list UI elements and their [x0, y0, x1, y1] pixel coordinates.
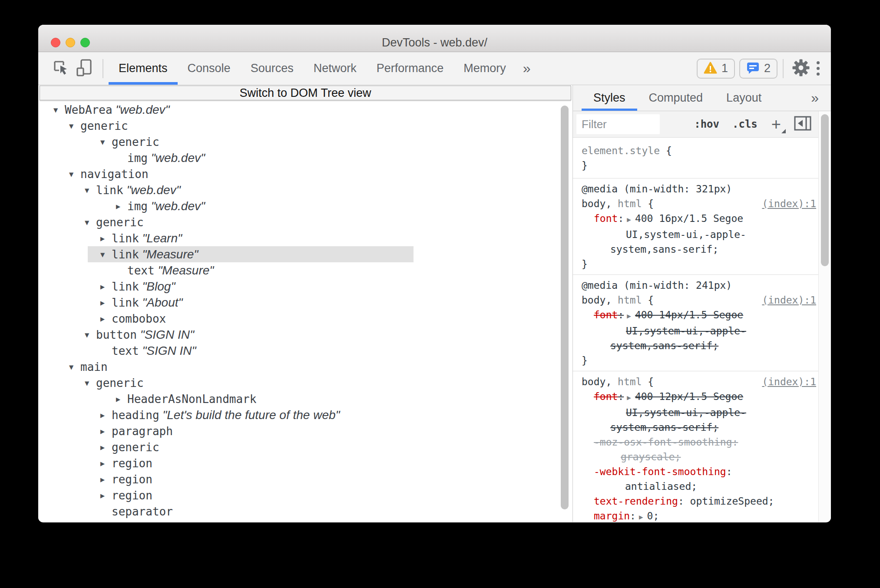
more-sidebar-tabs-button[interactable]: » — [805, 85, 825, 111]
tree-row-heading[interactable]: ▶heading "Let's build the future of the … — [38, 407, 572, 423]
style-line[interactable]: system,sans-serif; — [573, 242, 818, 257]
tab-performance[interactable]: Performance — [367, 52, 454, 85]
tree-row-WebArea[interactable]: ▼WebArea "web.dev" — [38, 102, 572, 118]
tree-expand-arrow-icon[interactable]: ▼ — [85, 379, 96, 387]
element-classes-button[interactable]: .cls — [732, 118, 758, 130]
stylesheet-source-link[interactable]: (index):1 — [762, 374, 816, 389]
tree-row-main[interactable]: ▼main — [38, 359, 572, 375]
style-line[interactable]: grayscale; — [573, 449, 818, 464]
tree-expand-arrow-icon[interactable]: ▶ — [100, 443, 112, 452]
sidebar-tab-layout[interactable]: Layout — [715, 85, 773, 111]
value-expand-arrow-icon[interactable]: ▶ — [627, 312, 631, 320]
device-toolbar-button[interactable] — [73, 52, 97, 85]
value-expand-arrow-icon[interactable]: ▶ — [627, 393, 631, 402]
style-line[interactable]: text-rendering: optimizeSpeed; — [573, 494, 818, 509]
toggle-sidebar-button[interactable] — [794, 116, 811, 132]
tree-row-generic[interactable]: ▶generic — [38, 439, 572, 455]
tree-expand-arrow-icon[interactable]: ▶ — [116, 202, 127, 211]
tree-row-text[interactable]: text "SIGN IN" — [38, 343, 572, 359]
tree-expand-arrow-icon[interactable]: ▼ — [100, 138, 112, 146]
styles-filter-input[interactable] — [576, 114, 660, 134]
style-line[interactable]: body, html {(index):1 — [573, 374, 818, 389]
style-line[interactable]: UI,system-ui,-apple- — [573, 405, 818, 420]
style-line[interactable]: -moz-osx-font-smoothing: — [573, 435, 818, 449]
tree-row-generic[interactable]: ▼generic — [38, 214, 572, 230]
style-line[interactable]: @media (min-width: 321px) — [573, 182, 818, 196]
settings-button[interactable] — [789, 52, 813, 85]
warnings-badge[interactable]: 1 — [697, 59, 735, 79]
style-line[interactable]: font:▶400 12px/1.5 Segoe — [573, 389, 818, 405]
tree-expand-arrow-icon[interactable]: ▶ — [100, 475, 112, 484]
tree-expand-arrow-icon[interactable]: ▶ — [100, 491, 112, 500]
style-line[interactable]: } — [573, 353, 818, 368]
style-line[interactable]: } — [573, 257, 818, 271]
tree-expand-arrow-icon[interactable]: ▶ — [100, 298, 112, 307]
tree-row-link[interactable]: ▶link "Blog" — [38, 278, 572, 294]
styles-scrollbar-thumb[interactable] — [821, 114, 829, 266]
messages-badge[interactable]: 2 — [739, 59, 777, 79]
tree-expand-arrow-icon[interactable]: ▼ — [53, 106, 65, 114]
style-line[interactable]: system,sans-serif; — [573, 420, 818, 435]
tree-expand-arrow-icon[interactable]: ▼ — [69, 170, 80, 178]
style-line[interactable]: font:▶400 16px/1.5 Segoe — [573, 211, 818, 227]
tree-expand-arrow-icon[interactable]: ▶ — [100, 427, 112, 436]
tree-row-img[interactable]: img "web.dev" — [38, 150, 572, 166]
tree-row-region[interactable]: ▶region — [38, 471, 572, 487]
menu-button[interactable] — [817, 61, 820, 76]
tree-expand-arrow-icon[interactable]: ▼ — [85, 218, 96, 227]
style-line[interactable]: -webkit-font-smoothing: — [573, 464, 818, 479]
style-line[interactable]: antialiased; — [573, 479, 818, 494]
sidebar-tab-styles[interactable]: Styles — [582, 85, 637, 111]
tree-row-generic[interactable]: ▼generic — [38, 118, 572, 134]
tree-row-button[interactable]: ▼button "SIGN IN" — [38, 327, 572, 343]
style-line[interactable]: } — [573, 158, 818, 173]
switch-dom-tree-button[interactable]: Switch to DOM Tree view — [40, 86, 571, 100]
tree-expand-arrow-icon[interactable]: ▶ — [100, 411, 112, 420]
tab-sources[interactable]: Sources — [241, 52, 304, 85]
style-line[interactable]: UI,system-ui,-apple- — [573, 227, 818, 242]
style-line[interactable]: font:▶400 14px/1.5 Segoe — [573, 307, 818, 324]
style-line[interactable]: element.style { — [573, 143, 818, 158]
tree-expand-arrow-icon[interactable]: ▶ — [100, 282, 112, 291]
tree-row-link[interactable]: ▶link "Learn" — [38, 230, 572, 246]
style-line[interactable]: body, html {(index):1 — [573, 293, 818, 307]
new-style-rule-button[interactable]: + — [771, 118, 781, 131]
value-expand-arrow-icon[interactable]: ▶ — [639, 513, 643, 521]
style-line[interactable]: margin:▶0; — [573, 509, 818, 522]
tree-row-paragraph[interactable]: ▶paragraph — [38, 423, 572, 439]
tree-row-region[interactable]: ▶region — [38, 455, 572, 471]
tree-row-generic[interactable]: ▼generic — [38, 134, 572, 150]
tree-expand-arrow-icon[interactable]: ▶ — [100, 234, 112, 243]
toggle-element-state-button[interactable]: :hov — [694, 118, 719, 130]
tree-expand-arrow-icon[interactable]: ▶ — [116, 395, 127, 403]
style-line[interactable]: body, html {(index):1 — [573, 196, 818, 211]
tree-row-region[interactable]: ▶region — [38, 487, 572, 503]
tree-row-link[interactable]: ▼link "web.dev" — [38, 182, 572, 198]
tree-expand-arrow-icon[interactable]: ▼ — [69, 122, 80, 130]
tree-row-navigation[interactable]: ▼navigation — [38, 166, 572, 182]
tree-scrollbar-thumb[interactable] — [561, 106, 569, 509]
tree-row-generic[interactable]: ▼generic — [38, 375, 572, 391]
tree-row-separator[interactable]: separator — [38, 503, 572, 519]
sidebar-tab-computed[interactable]: Computed — [637, 85, 715, 111]
more-panels-button[interactable]: » — [516, 52, 538, 85]
tree-expand-arrow-icon[interactable]: ▼ — [100, 250, 112, 259]
tree-expand-arrow-icon[interactable]: ▶ — [100, 459, 112, 468]
tab-memory[interactable]: Memory — [453, 52, 516, 85]
style-line[interactable]: system,sans-serif; — [573, 338, 818, 353]
inspect-element-button[interactable] — [49, 52, 73, 85]
tree-row-combobox[interactable]: ▶combobox — [38, 311, 572, 327]
stylesheet-source-link[interactable]: (index):1 — [762, 293, 816, 307]
tree-expand-arrow-icon[interactable]: ▼ — [85, 186, 96, 195]
tab-network[interactable]: Network — [304, 52, 367, 85]
tree-row-link[interactable]: ▼link "Measure" — [88, 246, 414, 262]
tree-row-img[interactable]: ▶img "web.dev" — [38, 198, 572, 214]
stylesheet-source-link[interactable]: (index):1 — [762, 196, 816, 211]
value-expand-arrow-icon[interactable]: ▶ — [627, 215, 631, 224]
style-line[interactable]: UI,system-ui,-apple- — [573, 324, 818, 338]
tree-row-HeaderAsNonLandmark[interactable]: ▶HeaderAsNonLandmark — [38, 391, 572, 407]
tree-expand-arrow-icon[interactable]: ▼ — [85, 330, 96, 339]
tree-row-link[interactable]: ▶link "About" — [38, 294, 572, 311]
tree-expand-arrow-icon[interactable]: ▶ — [100, 314, 112, 323]
tab-console[interactable]: Console — [178, 52, 241, 85]
